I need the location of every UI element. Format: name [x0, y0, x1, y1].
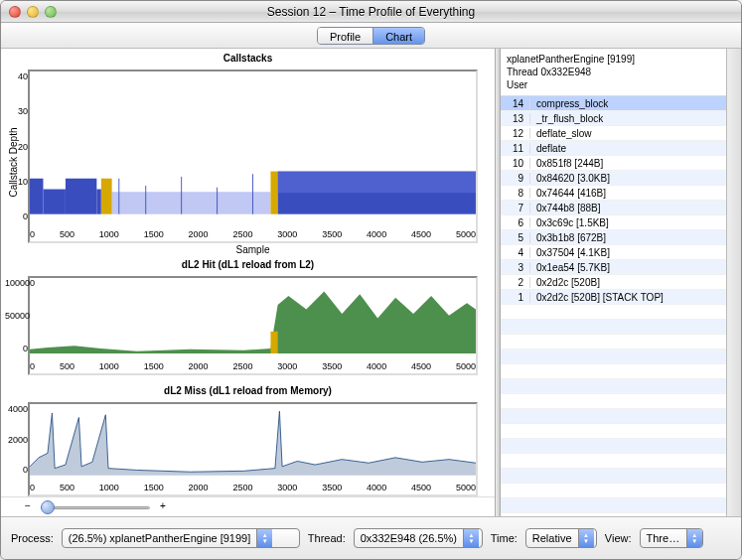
- stack-frame-name: 0x3c69c [1.5KB]: [530, 217, 609, 228]
- stack-frame-name: compress_block: [530, 98, 608, 109]
- callstacks-chart[interactable]: Callstack Depth 40 30 20 10 0: [28, 70, 478, 243]
- svg-rect-14: [270, 332, 277, 353]
- tab-profile[interactable]: Profile: [318, 28, 372, 45]
- stack-row[interactable]: [501, 454, 726, 469]
- view-select[interactable]: Thread ▲▼: [640, 528, 703, 548]
- stack-depth: 10: [501, 158, 530, 169]
- stack-depth: 13: [501, 113, 530, 124]
- stack-frame-name: 0x851f8 [244B]: [530, 158, 603, 169]
- toolbar: Profile Chart: [1, 23, 741, 49]
- chevron-updown-icon: ▲▼: [686, 529, 702, 547]
- stack-depth: 4: [501, 247, 530, 258]
- view-switcher: Profile Chart: [317, 27, 425, 45]
- stack-depth: 14: [501, 98, 530, 109]
- process-value: (26.5%) xplanetPantherEngine [9199]: [63, 532, 256, 544]
- stack-row[interactable]: 100x851f8 [244B]: [501, 156, 726, 171]
- close-icon[interactable]: [9, 6, 21, 18]
- window-title: Session 12 – Time Profile of Everything: [1, 5, 741, 19]
- stack-frame-name: 0x2d2c [520B]: [530, 277, 600, 288]
- scrollbar[interactable]: [726, 49, 741, 516]
- chart1-title: Callstacks: [3, 51, 493, 66]
- stack-row[interactable]: 90x84620 [3.0KB]: [501, 171, 726, 186]
- thread-select[interactable]: 0x332E948 (26.5%) ▲▼: [354, 528, 483, 548]
- chart3-x-axis: 0 500 1000 1500 2000 2500 3000 3500 4000…: [30, 483, 476, 494]
- stack-row[interactable]: [501, 469, 726, 484]
- svg-rect-3: [96, 190, 100, 214]
- zoom-in-button[interactable]: +: [156, 500, 170, 514]
- view-value: Thread: [641, 532, 686, 544]
- chart2-y-axis: 100000 50000 0: [5, 278, 30, 353]
- callstack-list[interactable]: 14compress_block13_tr_flush_block12defla…: [501, 96, 726, 516]
- chart2-title: dL2 Hit (dL1 reload from L2): [3, 257, 493, 272]
- content-area: Callstacks Callstack Depth 40 30 20 10 0: [1, 49, 741, 517]
- stack-row[interactable]: [501, 350, 726, 364]
- stack-depth: 3: [501, 262, 530, 273]
- zoom-out-button[interactable]: −: [21, 500, 35, 514]
- chevron-updown-icon: ▲▼: [463, 529, 479, 547]
- stack-frame-name: 0x84620 [3.0KB]: [530, 173, 610, 184]
- stack-row[interactable]: 60x3c69c [1.5KB]: [501, 215, 726, 230]
- chart3-y-axis: 4000 2000 0: [5, 404, 30, 475]
- stack-frame-name: _tr_flush_block: [530, 113, 603, 124]
- stack-frame-name: 0x37504 [4.1KB]: [530, 247, 610, 258]
- stack-row[interactable]: [501, 484, 726, 498]
- process-select[interactable]: (26.5%) xplanetPantherEngine [9199] ▲▼: [62, 528, 300, 548]
- stack-row[interactable]: 11deflate: [501, 141, 726, 156]
- stack-row[interactable]: 80x74644 [416B]: [501, 186, 726, 201]
- dl2-hit-plot: [30, 278, 476, 353]
- stack-row[interactable]: [501, 320, 726, 335]
- stack-row[interactable]: [501, 498, 726, 513]
- titlebar[interactable]: Session 12 – Time Profile of Everything: [1, 1, 741, 23]
- stack-frame-name: deflate_slow: [530, 128, 592, 139]
- slider-track: [41, 506, 150, 509]
- view-label: View:: [605, 532, 632, 544]
- time-select[interactable]: Relative ▲▼: [525, 528, 597, 548]
- stack-row[interactable]: [501, 394, 726, 409]
- chart3-title: dL2 Miss (dL1 reload from Memory): [3, 383, 493, 398]
- minimize-icon[interactable]: [27, 6, 39, 18]
- stack-frame-name: 0x744b8 [88B]: [530, 203, 601, 213]
- dl2-hit-chart[interactable]: 100000 50000 0 0 500 1000 1500 2000: [28, 276, 478, 375]
- tab-chart[interactable]: Chart: [372, 28, 424, 45]
- stack-row[interactable]: [501, 424, 726, 439]
- zoom-slider[interactable]: [41, 499, 150, 515]
- stack-row[interactable]: 40x37504 [4.1KB]: [501, 245, 726, 260]
- stack-row[interactable]: [501, 364, 726, 379]
- chevron-updown-icon: ▲▼: [256, 529, 272, 547]
- svg-rect-13: [278, 172, 476, 194]
- process-label: Process:: [11, 532, 54, 544]
- dl2-miss-chart[interactable]: 4000 2000 0 0 500 1000 1500 2000 2: [28, 402, 478, 496]
- stack-row[interactable]: 30x1ea54 [5.7KB]: [501, 260, 726, 275]
- header-user: User: [507, 78, 720, 91]
- svg-rect-2: [66, 179, 96, 214]
- stack-row[interactable]: 14compress_block: [501, 96, 726, 111]
- stack-row[interactable]: 13_tr_flush_block: [501, 111, 726, 126]
- stack-depth: 1: [501, 292, 530, 303]
- svg-rect-5: [112, 192, 271, 213]
- callstack-pane: xplanetPantherEngine [9199] Thread 0x332…: [501, 49, 726, 516]
- svg-rect-0: [30, 179, 43, 214]
- header-thread: Thread 0x332E948: [507, 66, 720, 78]
- stack-frame-name: 0x3b1b8 [672B]: [530, 232, 606, 243]
- callstacks-plot: [30, 71, 476, 214]
- stack-row[interactable]: [501, 439, 726, 454]
- stack-row[interactable]: [501, 409, 726, 424]
- zoom-icon[interactable]: [45, 6, 57, 18]
- stack-depth: 2: [501, 277, 530, 288]
- stack-row[interactable]: [501, 335, 726, 350]
- stack-row[interactable]: 20x2d2c [520B]: [501, 275, 726, 290]
- stack-row[interactable]: [501, 379, 726, 394]
- stack-row[interactable]: 10x2d2c [520B] [STACK TOP]: [501, 290, 726, 305]
- bottom-bar: Process: (26.5%) xplanetPantherEngine [9…: [1, 517, 741, 559]
- stack-depth: 5: [501, 232, 530, 243]
- chart1-y-axis: 40 30 20 10 0: [5, 71, 30, 221]
- dl2-miss-plot: [30, 404, 476, 476]
- slider-thumb[interactable]: [41, 500, 55, 514]
- chevron-updown-icon: ▲▼: [578, 529, 594, 547]
- svg-rect-1: [43, 190, 65, 214]
- stack-row[interactable]: [501, 305, 726, 320]
- stack-row[interactable]: 70x744b8 [88B]: [501, 201, 726, 215]
- stack-row[interactable]: 12deflate_slow: [501, 126, 726, 141]
- chart1-x-axis: 0 500 1000 1500 2000 2500 3000 3500 4000…: [30, 229, 476, 241]
- stack-row[interactable]: 50x3b1b8 [672B]: [501, 230, 726, 245]
